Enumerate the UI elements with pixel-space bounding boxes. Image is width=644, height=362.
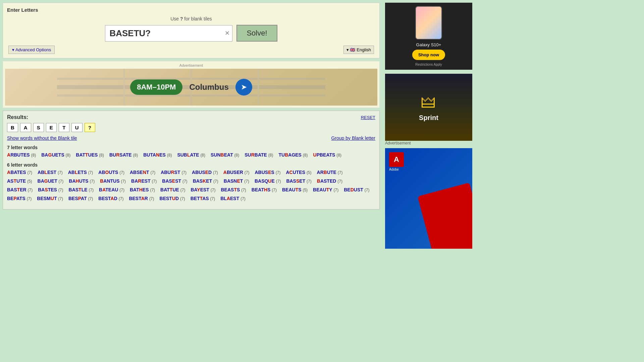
word-link[interactable]: ABUSED bbox=[192, 170, 212, 175]
ad-city: Columbus bbox=[189, 82, 228, 92]
list-item: BLAEST (7) bbox=[220, 196, 246, 201]
word-link[interactable]: BATTUES bbox=[76, 152, 98, 158]
list-item: BASQUE (7) bbox=[255, 178, 281, 184]
word-link[interactable]: BATTUE bbox=[160, 187, 179, 192]
adobe-ad[interactable]: A Adobe bbox=[385, 148, 472, 249]
word-link[interactable]: BAREST bbox=[131, 178, 151, 184]
adobe-brand-label: Adobe bbox=[389, 168, 399, 171]
word-link[interactable]: SURBATE bbox=[245, 152, 267, 158]
word-link[interactable]: BEAUTS bbox=[282, 187, 302, 192]
word-link[interactable]: BESTAD bbox=[98, 196, 117, 201]
list-item: BEATHS (7) bbox=[252, 187, 277, 192]
list-item: BAREST (7) bbox=[131, 178, 157, 184]
tile-e[interactable]: E bbox=[46, 123, 57, 132]
sidebar-ad-label: Advertisement bbox=[385, 141, 474, 145]
solve-button[interactable]: Solve! bbox=[236, 25, 277, 42]
list-item: BASNET (7) bbox=[224, 178, 249, 184]
sprint-ad[interactable]: 🜲 Sprint bbox=[385, 74, 472, 141]
word-link[interactable]: BASTES bbox=[38, 187, 57, 192]
word-link[interactable]: BAGUET bbox=[38, 178, 57, 184]
word-link[interactable]: BURSATE bbox=[109, 152, 132, 158]
tile-s[interactable]: S bbox=[33, 123, 44, 132]
word-link[interactable]: SUBLATE bbox=[177, 152, 199, 158]
word-link[interactable]: BAHUTS bbox=[69, 178, 88, 184]
list-item: BATEAU (7) bbox=[99, 187, 124, 192]
word-link[interactable]: BASNET bbox=[224, 178, 243, 184]
word-link[interactable]: BETTAS bbox=[191, 196, 209, 201]
shop-now-button[interactable]: Shop now bbox=[412, 50, 445, 60]
word-link[interactable]: BASTED bbox=[317, 178, 336, 184]
word-link[interactable]: ABSENT bbox=[130, 170, 149, 175]
word-link[interactable]: BASQUE bbox=[255, 178, 275, 184]
word-link[interactable]: SUNBEAT bbox=[211, 152, 233, 158]
word-link[interactable]: BASTER bbox=[7, 187, 26, 192]
word-link[interactable]: BESMUT bbox=[37, 196, 57, 201]
word-link[interactable]: BLAEST bbox=[220, 196, 239, 201]
ad-map-banner[interactable]: 8AM–10PM Columbus ➤ bbox=[5, 69, 377, 106]
word-link[interactable]: BESTUD bbox=[160, 196, 179, 201]
word-link[interactable]: ASTUTE bbox=[7, 178, 26, 184]
list-item: ABUSER (7) bbox=[223, 170, 250, 175]
list-item: TUBAGES (8) bbox=[278, 152, 308, 158]
word-link[interactable]: ABURST bbox=[161, 170, 180, 175]
tile-blank[interactable]: ? bbox=[85, 123, 95, 132]
word-link[interactable]: ACUTES bbox=[286, 170, 305, 175]
tile-a[interactable]: A bbox=[20, 123, 31, 132]
ad-time-badge: 8AM–10PM bbox=[130, 79, 182, 95]
galaxy-text: Galaxy S10+ bbox=[416, 42, 441, 47]
word-link[interactable]: BAGUETS bbox=[41, 152, 64, 158]
list-item: ABLETS (7) bbox=[68, 170, 93, 175]
phone-image bbox=[415, 6, 442, 40]
word-link[interactable]: ABATES bbox=[7, 170, 26, 175]
word-link[interactable]: ABOUTS bbox=[98, 170, 118, 175]
tile-t[interactable]: T bbox=[59, 123, 69, 132]
word-link[interactable]: BASTLE bbox=[69, 187, 88, 192]
group-by-link[interactable]: Group by Blank letter bbox=[331, 135, 375, 141]
tile-u[interactable]: U bbox=[71, 123, 83, 132]
word-link[interactable]: BANTUS bbox=[100, 178, 119, 184]
word-link[interactable]: BEAUTY bbox=[313, 187, 332, 192]
list-item: BAGUET (7) bbox=[38, 178, 64, 184]
word-link[interactable]: BASKET bbox=[193, 178, 212, 184]
list-item: ACUTES (5) bbox=[286, 170, 311, 175]
ad-arrow-button[interactable]: ➤ bbox=[235, 79, 252, 96]
word-link[interactable]: UPBEATS bbox=[313, 152, 335, 158]
word-link[interactable]: BEDUST bbox=[344, 187, 363, 192]
advanced-options-button[interactable]: ▾ Advanced Options bbox=[8, 46, 55, 54]
word-link[interactable]: BEPATS bbox=[7, 196, 25, 201]
word-link[interactable]: BATEAU bbox=[99, 187, 118, 192]
list-item: BURSATE (8) bbox=[109, 152, 138, 158]
samsung-ad[interactable]: Galaxy S10+ Shop now Restrictions Apply bbox=[385, 3, 472, 70]
show-words-link[interactable]: Show words without the Blank tile bbox=[7, 135, 77, 141]
list-item: BESMUT (7) bbox=[37, 196, 63, 201]
tile-b[interactable]: B bbox=[7, 123, 18, 132]
list-item: ARBUTE (7) bbox=[317, 170, 343, 175]
word-link[interactable]: ABLETS bbox=[68, 170, 87, 175]
reset-link[interactable]: RESET bbox=[361, 115, 375, 120]
word-link[interactable]: BESTAR bbox=[129, 196, 148, 201]
word-link[interactable]: BASSET bbox=[286, 178, 305, 184]
word-link[interactable]: TUBAGES bbox=[278, 152, 301, 158]
language-selector[interactable]: ▾ 🇬🇧 English bbox=[343, 46, 374, 54]
word-link[interactable]: BASEST bbox=[162, 178, 181, 184]
word-link[interactable]: BEATHS bbox=[252, 187, 271, 192]
word-link[interactable]: BESPAT bbox=[68, 196, 87, 201]
word-link[interactable]: ARBUTES bbox=[7, 152, 30, 158]
list-item: BEPATS (7) bbox=[7, 196, 32, 201]
letters-input[interactable] bbox=[105, 25, 232, 42]
word-link[interactable]: BUTANES bbox=[143, 152, 166, 158]
list-item: BEASTS (7) bbox=[221, 187, 246, 192]
word-link[interactable]: ABLEST bbox=[38, 170, 56, 175]
clear-button[interactable]: ✕ bbox=[225, 29, 230, 37]
word-link[interactable]: BAYEST bbox=[191, 187, 209, 192]
word-link[interactable]: BEASTS bbox=[221, 187, 240, 192]
list-item: BESTUD (7) bbox=[160, 196, 185, 201]
list-item: BASTED (7) bbox=[317, 178, 342, 184]
word-link[interactable]: BATHES bbox=[130, 187, 149, 192]
list-item: BATTUE (7) bbox=[160, 187, 185, 192]
word-link[interactable]: ABUSES bbox=[255, 170, 274, 175]
list-item: ABUSES (7) bbox=[255, 170, 280, 175]
list-item: BEAUTY (7) bbox=[313, 187, 338, 192]
word-link[interactable]: ABUSER bbox=[223, 170, 243, 175]
word-link[interactable]: ARBUTE bbox=[317, 170, 336, 175]
